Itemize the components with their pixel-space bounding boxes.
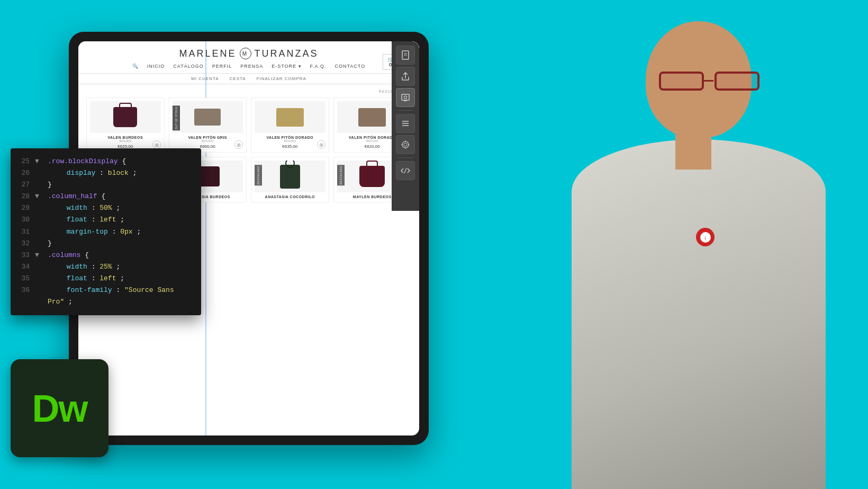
product-image-7: DESTACADO <box>255 161 326 192</box>
bag-icon-cocodrilo <box>280 165 300 189</box>
line-arrow <box>35 261 42 273</box>
line-arrow <box>35 273 42 284</box>
subnav-mi-cuenta[interactable]: MI CUENTA <box>191 76 219 81</box>
toolbar-divider-2 <box>397 157 413 158</box>
product-card-valen-piton-dorado[interactable]: VALEN PITÓN DORADO BOL003 €635,00 ⊕ <box>251 97 329 153</box>
logo-text-turanzas: TURANZAS <box>255 48 319 59</box>
line-arrow <box>35 284 42 308</box>
add-to-cart-3[interactable]: ⊕ <box>317 140 326 149</box>
code-content: width : 25% ; <box>48 261 193 273</box>
svg-line-20 <box>404 168 406 173</box>
product-name-2: VALEN PITÓN GRIS <box>173 136 243 139</box>
line-number: 32 <box>19 238 30 250</box>
code-content: } <box>48 179 193 191</box>
nav-prensa[interactable]: PRENSA <box>240 64 263 69</box>
line-arrow <box>35 202 42 214</box>
code-content: } <box>48 238 193 250</box>
menu-button[interactable] <box>396 114 415 133</box>
product-code-2: BOL003 <box>173 139 243 143</box>
website-header: MARLENE M TURANZAS 🛒0 🔍 INICIO CATÁLOGO … <box>78 41 419 74</box>
svg-rect-7 <box>402 94 409 100</box>
code-panel: 25 ▼ .row.blockDisplay { 26 display : bl… <box>11 148 201 315</box>
code-content: float : left ; <box>48 214 193 226</box>
code-line-25: 25 ▼ .row.blockDisplay { <box>19 156 193 167</box>
code-content: float : left ; <box>48 273 193 284</box>
line-number: 25 <box>19 156 30 167</box>
product-card-valen-piton-gris[interactable]: OUT OF STOCK VALEN PITÓN GRIS BOL003 €66… <box>169 97 247 153</box>
product-code-3: BOL003 <box>255 139 326 143</box>
toolbar-divider <box>397 110 413 111</box>
nav-estore[interactable]: E-STORE ▾ <box>272 64 301 69</box>
destacado-badge-4: DESTACADO <box>337 165 345 185</box>
bag-icon-maylen <box>359 166 385 187</box>
add-to-cart-1[interactable]: ⊕ <box>152 140 161 149</box>
code-content: width : 50% ; <box>48 202 193 214</box>
code-content: .row.blockDisplay { <box>48 156 193 167</box>
upload-button[interactable] <box>396 67 415 86</box>
main-nav: 🔍 INICIO CATÁLOGO PERFIL PRENSA E-STORE … <box>89 64 409 69</box>
subnav-finalizar-compra[interactable]: FINALIZAR COMPRA <box>257 76 306 81</box>
code-line-33: 33 ▼ .columns { <box>19 250 193 261</box>
code-line-32: 32 } <box>19 238 193 250</box>
target-button[interactable] <box>396 135 415 154</box>
product-image-1 <box>90 101 161 133</box>
code-line-28: 28 ▼ .column_half { <box>19 191 193 202</box>
line-number: 36 <box>19 284 30 308</box>
product-card-anastasia-cocodrilo[interactable]: DESTACADO ANASTASIA COCODRILO <box>251 157 329 202</box>
line-number: 35 <box>19 273 30 284</box>
preview-button[interactable] <box>396 88 415 107</box>
code-line-30: 30 float : left ; <box>19 214 193 226</box>
product-image-3 <box>255 101 326 133</box>
line-arrow <box>35 214 42 226</box>
add-to-cart-2[interactable]: ⊕ <box>234 140 243 149</box>
line-number: 30 <box>19 214 30 226</box>
code-content: margin-top : 0px ; <box>48 226 193 238</box>
subnav-cesta[interactable]: CESTA <box>230 76 246 81</box>
product-name-3: VALEN PITÓN DORADO <box>255 136 326 139</box>
line-arrow <box>35 238 42 250</box>
product-image-2: OUT OF STOCK <box>173 101 243 133</box>
line-number: 26 <box>19 167 30 179</box>
svg-point-8 <box>404 96 407 99</box>
product-grid-row1: VALEN BURDEOS BOL003 €625,00 ⊕ OUT OF ST… <box>86 97 411 153</box>
bag-icon-burdeos <box>113 107 137 127</box>
code-view-button[interactable] <box>396 161 415 180</box>
code-content: display : block ; <box>48 167 193 179</box>
svg-point-14 <box>402 141 409 148</box>
new-file-button[interactable] <box>396 46 415 65</box>
line-number: 34 <box>19 261 30 273</box>
line-arrow <box>35 226 42 238</box>
code-content: .columns { <box>48 250 193 261</box>
sub-nav: MI CUENTA CESTA FINALIZAR COMPRA <box>78 74 419 84</box>
line-arrow: ▼ <box>35 191 42 202</box>
product-code-1: BOL003 <box>90 139 161 143</box>
svg-point-15 <box>404 143 407 146</box>
line-number: 27 <box>19 179 30 191</box>
destacado-badge-3: DESTACADO <box>255 165 262 185</box>
nav-contacto[interactable]: CONTACTO <box>335 64 366 69</box>
nav-catalogo[interactable]: CATÁLOGO <box>173 64 203 69</box>
line-arrow: ▼ <box>35 156 42 167</box>
code-content: .column_half { <box>48 191 193 202</box>
dw-letter-w: w <box>58 387 87 430</box>
bag-icon-piton-gris <box>194 109 221 126</box>
nav-perfil[interactable]: PERFIL <box>212 64 232 69</box>
product-card-valen-burdeos[interactable]: VALEN BURDEOS BOL003 €625,00 ⊕ <box>86 97 165 153</box>
code-content: font-family : "Source Sans Pro" ; <box>48 284 193 308</box>
product-name-7: ANASTASIA COCODRILO <box>255 195 326 199</box>
logo-text-marlene: MARLENE <box>179 48 236 59</box>
nav-faq[interactable]: F.A.Q. <box>310 64 327 69</box>
nav-search-icon[interactable]: 🔍 <box>132 64 139 69</box>
nav-inicio[interactable]: INICIO <box>147 64 165 69</box>
dw-letter-d: D <box>32 387 58 430</box>
dreamweaver-icon: Dw <box>11 359 108 457</box>
out-of-stock-badge: OUT OF STOCK <box>173 105 180 130</box>
code-line-34: 34 width : 25% ; <box>19 261 193 273</box>
code-line-35: 35 float : left ; <box>19 273 193 284</box>
website-logo: MARLENE M TURANZAS <box>89 48 409 59</box>
code-line-26: 26 display : block ; <box>19 167 193 179</box>
bag-icon-piton-dorado <box>276 108 304 127</box>
product-name-1: VALEN BURDEOS <box>90 136 161 139</box>
line-number: 29 <box>19 202 30 214</box>
code-line-36: 36 font-family : "Source Sans Pro" ; <box>19 284 193 308</box>
